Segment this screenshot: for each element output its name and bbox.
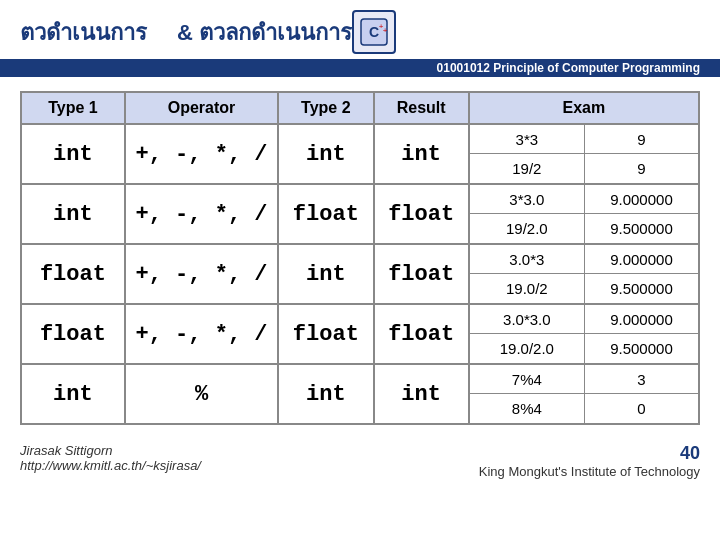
exam-expr: 7%4 [470, 365, 584, 394]
cell-type2: float [278, 184, 373, 244]
cell-result: float [374, 184, 469, 244]
exam-value: 3 [584, 365, 698, 394]
cell-exam: 3.0*3.09.00000019.0/2.09.500000 [469, 304, 699, 364]
exam-value: 9.000000 [584, 185, 698, 214]
exam-expr: 19.0/2.0 [470, 334, 584, 363]
exam-expr: 3.0*3 [470, 245, 584, 274]
exam-expr: 3*3.0 [470, 185, 584, 214]
exam-value: 9 [584, 154, 698, 183]
footer: Jirasak Sittigorn http://www.kmitl.ac.th… [0, 435, 720, 479]
exam-value: 9.500000 [584, 214, 698, 243]
main-table: Type 1 Operator Type 2 Result Exam int+,… [20, 91, 700, 425]
cell-exam: 7%438%40 [469, 364, 699, 424]
cell-type1: int [21, 124, 125, 184]
cell-type2: int [278, 124, 373, 184]
cell-result: int [374, 364, 469, 424]
cell-result: float [374, 304, 469, 364]
exam-expr: 19/2.0 [470, 214, 584, 243]
col-header-type1: Type 1 [21, 92, 125, 124]
cell-type1: float [21, 304, 125, 364]
cell-type2: float [278, 304, 373, 364]
footer-right: 40 King Mongkut's Institute of Technolog… [479, 443, 700, 479]
cell-result: int [374, 124, 469, 184]
subtitle-bar: 01001012 Principle of Computer Programmi… [0, 59, 720, 77]
header-title-thai: ตวดำเนนการ [20, 15, 147, 50]
exam-value: 9.500000 [584, 334, 698, 363]
cell-operator: +, -, *, / [125, 124, 278, 184]
footer-url: http://www.kmitl.ac.th/~ksjirasa/ [20, 458, 201, 473]
exam-value: 0 [584, 394, 698, 423]
cell-operator: % [125, 364, 278, 424]
cell-exam: 3*3.09.00000019/2.09.500000 [469, 184, 699, 244]
table-container: Type 1 Operator Type 2 Result Exam int+,… [0, 77, 720, 435]
cell-type2: int [278, 244, 373, 304]
exam-expr: 19/2 [470, 154, 584, 183]
cell-exam: 3*3919/29 [469, 124, 699, 184]
col-header-type2: Type 2 [278, 92, 373, 124]
subtitle-text: 01001012 Principle of Computer Programmi… [437, 61, 700, 75]
exam-expr: 8%4 [470, 394, 584, 423]
footer-institution: King Mongkut's Institute of Technology [479, 464, 700, 479]
table-row: int+, -, *, /floatfloat3*3.09.00000019/2… [21, 184, 699, 244]
table-row: int%intint7%438%40 [21, 364, 699, 424]
exam-expr: 3*3 [470, 125, 584, 154]
col-header-result: Result [374, 92, 469, 124]
cell-operator: +, -, *, / [125, 244, 278, 304]
table-row: float+, -, *, /floatfloat3.0*3.09.000000… [21, 304, 699, 364]
header-title-ampersand: & ตวลกดำเนนการ [177, 15, 352, 50]
footer-left: Jirasak Sittigorn http://www.kmitl.ac.th… [20, 443, 201, 479]
table-body: int+, -, *, /intint3*3919/29int+, -, *, … [21, 124, 699, 424]
exam-value: 9.500000 [584, 274, 698, 303]
table-header-row: Type 1 Operator Type 2 Result Exam [21, 92, 699, 124]
exam-value: 9.000000 [584, 305, 698, 334]
cell-operator: +, -, *, / [125, 184, 278, 244]
footer-page: 40 [479, 443, 700, 464]
header-logo: C + + [352, 10, 396, 54]
exam-value: 9 [584, 125, 698, 154]
cell-type1: int [21, 184, 125, 244]
cell-type1: int [21, 364, 125, 424]
cell-type2: int [278, 364, 373, 424]
svg-text:C: C [369, 24, 379, 40]
logo-icon: C + + [359, 17, 389, 47]
table-row: int+, -, *, /intint3*3919/29 [21, 124, 699, 184]
exam-expr: 19.0/2 [470, 274, 584, 303]
header: ตวดำเนนการ & ตวลกดำเนนการ C + + [0, 0, 720, 59]
cell-exam: 3.0*39.00000019.0/29.500000 [469, 244, 699, 304]
table-row: float+, -, *, /intfloat3.0*39.00000019.0… [21, 244, 699, 304]
exam-value: 9.000000 [584, 245, 698, 274]
cell-result: float [374, 244, 469, 304]
svg-text:+: + [383, 26, 388, 35]
col-header-operator: Operator [125, 92, 278, 124]
footer-author: Jirasak Sittigorn [20, 443, 201, 458]
col-header-exam: Exam [469, 92, 699, 124]
cell-operator: +, -, *, / [125, 304, 278, 364]
cell-type1: float [21, 244, 125, 304]
exam-expr: 3.0*3.0 [470, 305, 584, 334]
